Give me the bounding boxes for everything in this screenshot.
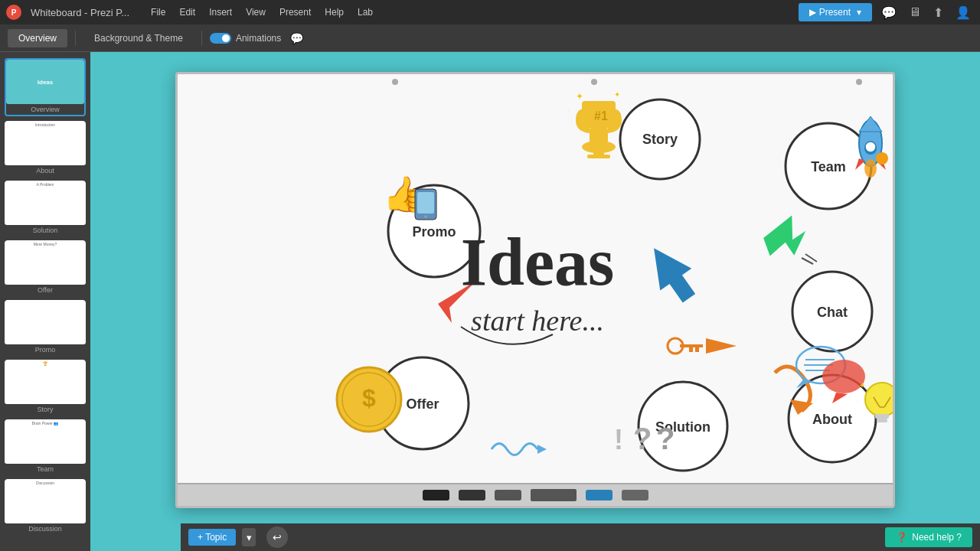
svg-text:✦: ✦	[614, 90, 620, 99]
menu-view[interactable]: View	[240, 4, 272, 21]
slide-thumb-7: Discussion	[5, 479, 86, 523]
slide-thumb-4	[5, 300, 86, 344]
whiteboard[interactable]: Story Promo Team Chat Offer Solution A	[175, 72, 895, 508]
svg-text:#1: #1	[594, 109, 608, 122]
svg-text:?: ?	[656, 422, 675, 455]
svg-text:About: About	[812, 412, 852, 427]
back-button[interactable]: ↩	[266, 527, 288, 548]
menu-bar: File Edit Insert View Present Help Lab	[145, 4, 379, 21]
animations-label: Animations	[236, 33, 281, 44]
svg-text:Team: Team	[811, 159, 846, 174]
svg-text:Story: Story	[642, 132, 678, 147]
toggle-knob	[222, 34, 230, 42]
slide-thumb-1: Introduction	[5, 121, 86, 165]
toggle-switch[interactable]	[210, 33, 231, 44]
svg-text:Ideas: Ideas	[461, 225, 615, 299]
slide-5-mini: 🏆	[5, 360, 86, 367]
slide-label-overview: Overview	[6, 106, 84, 115]
screen-icon[interactable]: 🖥	[906, 4, 924, 21]
overview-thumb-content: Ideas	[6, 60, 84, 104]
canvas-area[interactable]: Story Promo Team Chat Offer Solution A	[90, 52, 980, 551]
animations-toggle[interactable]: Animations	[210, 33, 281, 44]
slide-label-2: Solution	[5, 227, 86, 236]
svg-text:Chat: Chat	[817, 305, 848, 320]
slide-label-6: Team	[5, 465, 86, 474]
slide-item-2[interactable]: 2 A Problem Solution	[5, 181, 86, 236]
marker-dark	[459, 490, 485, 500]
overview-thumb-label: Ideas	[38, 79, 53, 86]
marker-gray2	[622, 490, 648, 500]
svg-rect-31	[689, 347, 693, 352]
help-question-icon: ❓	[896, 532, 907, 543]
svg-marker-32	[706, 338, 737, 354]
slide-label-4: Promo	[5, 346, 86, 355]
slide-item-3[interactable]: 3 More Money? Offer	[5, 240, 86, 295]
board-accessories	[178, 483, 893, 506]
slide-label-3: Offer	[5, 286, 86, 295]
add-topic-button[interactable]: + Topic	[188, 529, 236, 546]
svg-rect-16	[593, 147, 604, 155]
slide-thumb-5: 🏆	[5, 360, 86, 404]
user-icon[interactable]: 👤	[952, 4, 974, 21]
svg-rect-47	[877, 419, 887, 422]
slide-thumb-overview: Ideas	[6, 60, 84, 104]
share-icon[interactable]: ⬆	[930, 4, 946, 21]
slide-thumb-3: More Money?	[5, 240, 86, 285]
eraser	[531, 489, 577, 501]
svg-text:Offer: Offer	[406, 396, 439, 412]
title-bar-right: ▶ Present ▾ 💬 🖥 ⬆ 👤	[799, 3, 974, 21]
svg-point-45	[865, 383, 895, 416]
svg-marker-66	[537, 445, 547, 454]
slide-1-mini: Introduction	[5, 121, 86, 129]
menu-edit[interactable]: Edit	[173, 4, 201, 21]
marker-gray	[495, 490, 521, 500]
slide-item-6[interactable]: 6 Brain Power 👥 Team	[5, 419, 86, 474]
slide-6-mini: Brain Power 👥	[5, 419, 86, 427]
svg-point-25	[424, 215, 427, 218]
slide-item-1[interactable]: 1 Introduction About	[5, 121, 86, 176]
svg-marker-34	[760, 213, 812, 263]
svg-rect-15	[590, 128, 608, 148]
comment-icon[interactable]: 💬	[290, 32, 303, 44]
svg-text:·: ·	[568, 107, 570, 114]
slide-item-7[interactable]: 7 Discussion Discussion	[5, 479, 86, 534]
tab-background-theme[interactable]: Background & Theme	[83, 29, 194, 47]
svg-text:Promo: Promo	[412, 224, 456, 240]
svg-rect-29	[680, 344, 703, 347]
toolbar: Overview Background & Theme Animations 💬	[0, 24, 980, 52]
slide-thumb-2: A Problem	[5, 181, 86, 225]
svg-rect-24	[417, 192, 434, 214]
slide-item-5[interactable]: 5 🏆 Story	[5, 360, 86, 415]
svg-text:✦: ✦	[859, 381, 865, 390]
menu-help[interactable]: Help	[318, 4, 350, 21]
marker-blue	[586, 490, 612, 500]
toolbar-divider-2	[201, 31, 202, 46]
tab-overview[interactable]: Overview	[8, 29, 67, 47]
slide-4-mini	[5, 300, 86, 303]
chat-icon[interactable]: 💬	[878, 4, 900, 21]
svg-point-60	[864, 159, 877, 178]
svg-text:$: $	[362, 384, 376, 412]
present-button[interactable]: ▶ Present ▾	[799, 3, 872, 21]
svg-marker-56	[859, 116, 882, 132]
menu-file[interactable]: File	[145, 4, 172, 21]
menu-lab[interactable]: Lab	[351, 4, 379, 21]
title-bar: P Whiteboard - Prezi P... File Edit Inse…	[0, 0, 980, 24]
marker-black	[423, 490, 449, 500]
whiteboard-svg: Story Promo Team Chat Offer Solution A	[178, 74, 895, 487]
menu-insert[interactable]: Insert	[203, 4, 238, 21]
svg-rect-46	[875, 414, 889, 419]
app-title: Whiteboard - Prezi P...	[31, 7, 129, 18]
app-logo: P	[6, 5, 21, 20]
slide-3-mini: More Money?	[5, 240, 86, 248]
dropdown-arrow-icon: ▾	[857, 7, 861, 18]
slide-7-mini: Discussion	[5, 479, 86, 487]
bottom-bar: + Topic ▾ ↩ ❓ Need help ?	[181, 523, 980, 551]
menu-present[interactable]: Present	[273, 4, 317, 21]
slide-item-4[interactable]: 4 Promo	[5, 300, 86, 355]
slide-label-7: Discussion	[5, 525, 86, 534]
svg-text:✦: ✦	[576, 91, 583, 102]
add-topic-dropdown-button[interactable]: ▾	[242, 528, 256, 546]
slide-item-overview[interactable]: Ideas Overview	[5, 58, 86, 116]
need-help-button[interactable]: ❓ Need help ?	[885, 527, 972, 547]
